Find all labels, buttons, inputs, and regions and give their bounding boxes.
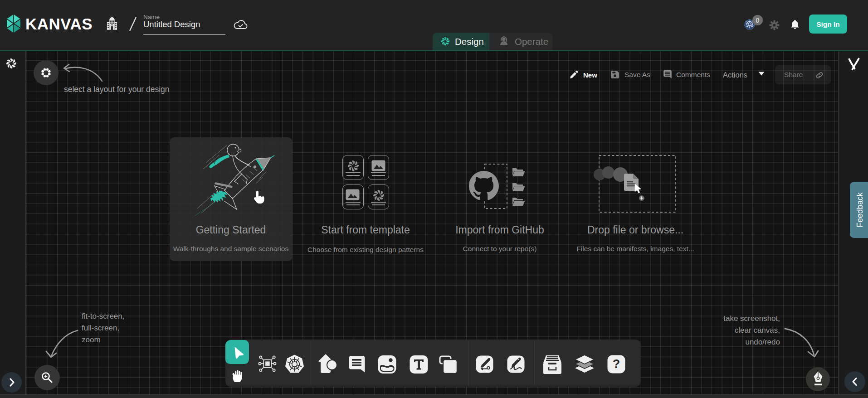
svg-text:?: ? (613, 357, 620, 371)
